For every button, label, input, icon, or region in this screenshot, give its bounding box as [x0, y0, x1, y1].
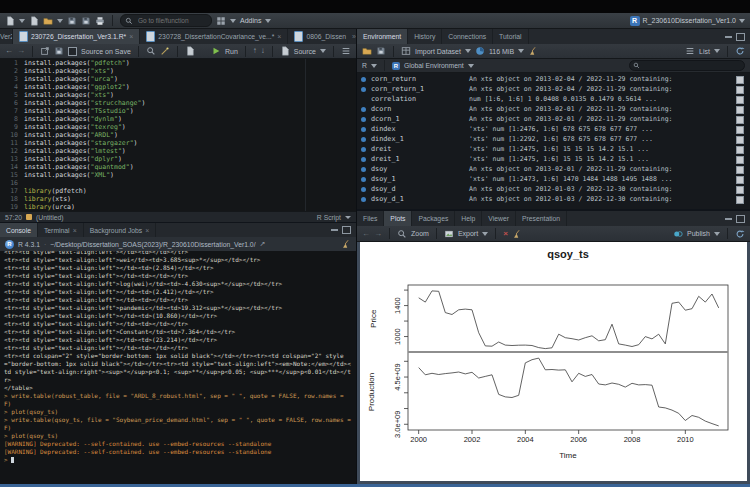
- grid-view-button[interactable]: [736, 146, 744, 154]
- minimize-icon[interactable]: [331, 229, 338, 231]
- source-doc-icon[interactable]: [280, 46, 290, 56]
- tab-console[interactable]: Console: [0, 223, 38, 237]
- env-row[interactable]: correlationnum [1:6, 1:6] 1 0.0408 0.013…: [357, 94, 750, 104]
- source-tab-1[interactable]: Ver2.0.R ×: [0, 29, 13, 44]
- save-icon[interactable]: [54, 46, 64, 56]
- source-tab-4[interactable]: 0806_Dissen: [288, 29, 352, 44]
- grid-view-button[interactable]: [736, 176, 744, 184]
- new-file-icon[interactable]: [5, 16, 15, 26]
- refresh-plot-icon[interactable]: [735, 229, 745, 239]
- source-tab-3[interactable]: 230728_DissertationCovariance_ve...* ×: [140, 29, 288, 44]
- doc-type-selector[interactable]: R Script: [317, 214, 341, 221]
- env-row[interactable]: corn_returnAn xts object on 2013-02-04 /…: [357, 74, 750, 84]
- next-plot-icon[interactable]: →: [374, 230, 382, 238]
- console-output[interactable]: <tr><td style="text-align:left"></td><td…: [0, 251, 356, 484]
- close-icon[interactable]: ×: [277, 33, 281, 40]
- addins-caret-icon[interactable]: [265, 19, 271, 23]
- expand-object-icon[interactable]: [361, 167, 366, 172]
- back-icon[interactable]: ←: [5, 47, 13, 55]
- code-editor[interactable]: 1install.packages("pdfetch")2install.pac…: [0, 59, 356, 211]
- goto-file-input[interactable]: [136, 16, 210, 25]
- run-icon[interactable]: [211, 46, 221, 56]
- tab-files[interactable]: Files: [357, 211, 384, 226]
- expand-object-icon[interactable]: [361, 187, 366, 192]
- source-on-save-checkbox[interactable]: [68, 47, 77, 56]
- tab-connections[interactable]: Connections: [442, 29, 493, 44]
- env-row[interactable]: dcorn_1An xts object on 2013-02-01 / 202…: [357, 114, 750, 124]
- grid-view-button[interactable]: [736, 86, 744, 94]
- environment-search[interactable]: [629, 60, 745, 71]
- import-dataset-button[interactable]: Import Dataset: [415, 48, 461, 55]
- go-next-icon[interactable]: ↓: [261, 47, 265, 55]
- source-button[interactable]: Source: [294, 48, 316, 55]
- expand-object-icon[interactable]: [361, 87, 366, 92]
- grid-view-button[interactable]: [736, 136, 744, 144]
- expand-object-icon[interactable]: [361, 127, 366, 132]
- grid-view-button[interactable]: [736, 76, 744, 84]
- open-file-icon[interactable]: [43, 16, 53, 26]
- env-row[interactable]: dsoyAn xts object on 2013-02-01 / 2022-1…: [357, 164, 750, 174]
- remove-plot-icon[interactable]: ×: [503, 229, 508, 238]
- maximize-icon[interactable]: [736, 33, 745, 41]
- save-workspace-icon[interactable]: [376, 46, 386, 56]
- tab-background-jobs[interactable]: Background Jobs×: [84, 223, 157, 237]
- tab-plots[interactable]: Plots: [384, 211, 412, 226]
- addins-button[interactable]: Addins: [240, 17, 261, 24]
- export-caret-icon[interactable]: [482, 232, 488, 236]
- goto-file-search[interactable]: [120, 14, 212, 27]
- tab-terminal[interactable]: Terminal×: [38, 223, 84, 237]
- source-caret-icon[interactable]: [320, 49, 326, 53]
- close-icon[interactable]: ×: [73, 227, 77, 234]
- env-row[interactable]: dreit_1'xts' num [1:2475, 1:6] 15 15 15 …: [357, 154, 750, 164]
- expand-object-icon[interactable]: [361, 137, 366, 142]
- tab-presentation[interactable]: Presentation: [516, 211, 567, 226]
- env-row[interactable]: dindex_1'xts' num [1:2292, 1:6] 678 675 …: [357, 134, 750, 144]
- maximize-icon[interactable]: [342, 226, 351, 234]
- find-replace-icon[interactable]: [146, 46, 156, 56]
- tab-viewer[interactable]: Viewer: [482, 211, 516, 226]
- grid-view-button[interactable]: [736, 96, 744, 104]
- env-row[interactable]: dsoy_d_1An xts object on 2012-01-03 / 20…: [357, 194, 750, 204]
- expand-object-icon[interactable]: [361, 157, 366, 162]
- env-row[interactable]: dsoy_dAn xts object on 2012-01-03 / 2022…: [357, 184, 750, 194]
- zoom-button[interactable]: Zoom: [411, 230, 429, 237]
- grid-view-button[interactable]: [736, 116, 744, 124]
- scope-caret-icon[interactable]: [468, 64, 474, 68]
- publish-button[interactable]: Publish: [687, 230, 710, 237]
- grid-view-button[interactable]: [736, 156, 744, 164]
- save-icon[interactable]: [67, 16, 77, 26]
- document-label[interactable]: (Untitled): [36, 214, 64, 221]
- project-selector[interactable]: R R_230610Dissertation_Ver1.0: [630, 16, 745, 26]
- new-project-icon[interactable]: [29, 16, 39, 26]
- clear-plots-icon[interactable]: [512, 229, 522, 239]
- memory-caret-icon[interactable]: [518, 49, 524, 53]
- run-button[interactable]: Run: [225, 48, 238, 55]
- maximize-icon[interactable]: [736, 215, 745, 223]
- compile-report-icon[interactable]: [185, 46, 195, 56]
- source-tab-2[interactable]: 230726_Dissertation_Ver3.1.R* ×: [13, 29, 140, 44]
- print-icon[interactable]: [95, 16, 105, 26]
- import-dataset-caret-icon[interactable]: [465, 49, 471, 53]
- env-row[interactable]: corn_return_1An xts object on 2013-02-04…: [357, 84, 750, 94]
- doc-type-caret-icon[interactable]: [345, 216, 351, 219]
- tab-tutorial[interactable]: Tutorial: [493, 29, 528, 44]
- publish-caret-icon[interactable]: [714, 232, 720, 236]
- popout-icon[interactable]: [40, 46, 50, 56]
- scope-selector[interactable]: Global Environment: [404, 62, 464, 69]
- pane-layout-caret-icon[interactable]: [230, 19, 236, 23]
- language-caret-icon[interactable]: [371, 64, 377, 68]
- env-row[interactable]: dcornAn xts object on 2013-02-01 / 2022-…: [357, 104, 750, 114]
- tab-environment[interactable]: Environment: [357, 29, 408, 44]
- clear-workspace-icon[interactable]: [528, 46, 538, 56]
- open-directory-icon[interactable]: ↗: [260, 240, 266, 248]
- save-all-icon[interactable]: [81, 16, 91, 26]
- rerun-up-icon[interactable]: ↑: [253, 47, 257, 55]
- expand-object-icon[interactable]: [361, 197, 366, 202]
- outline-icon[interactable]: [341, 46, 351, 56]
- env-row[interactable]: dsoy_1'xts' num [1:2473, 1:6] 1470 1484 …: [357, 174, 750, 184]
- expand-object-icon[interactable]: [361, 147, 366, 152]
- grid-view-button[interactable]: [736, 166, 744, 174]
- expand-object-icon[interactable]: [361, 107, 366, 112]
- export-button[interactable]: Export: [458, 230, 478, 237]
- code-tools-icon[interactable]: [160, 46, 170, 56]
